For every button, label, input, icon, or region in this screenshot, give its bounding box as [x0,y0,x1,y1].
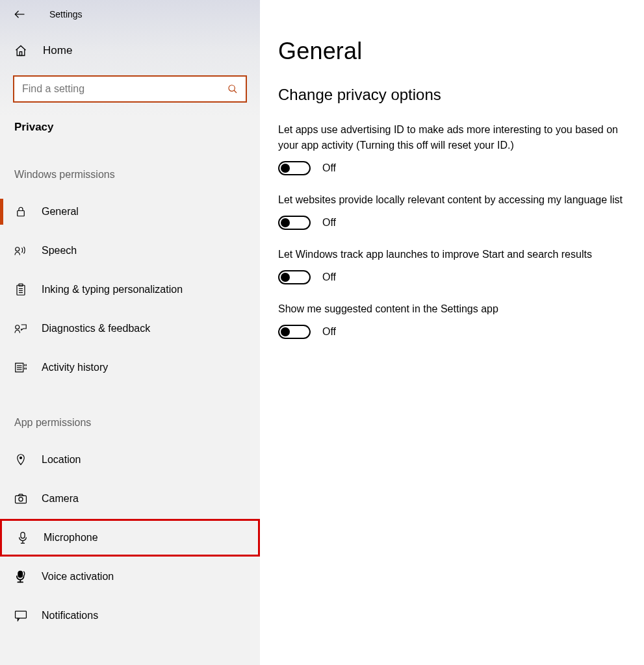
toggle-advertising-id[interactable] [278,161,311,175]
toggle-state-label: Off [322,162,336,174]
header: Settings [0,8,260,32]
sidebar-item-location[interactable]: Location [0,440,260,479]
svg-rect-26 [18,571,22,577]
location-icon [14,453,27,466]
section-privacy-label: Privacy [0,105,260,139]
svg-rect-6 [17,285,25,295]
setting-desc: Let websites provide locally relevant co… [278,192,631,208]
svg-point-22 [19,497,23,501]
sidebar-item-camera[interactable]: Camera [0,479,260,518]
sidebar-item-label: Diagnostics & feedback [42,323,150,334]
window-title: Settings [49,9,83,19]
sidebar-item-speech[interactable]: Speech [0,231,260,270]
toggle-suggested-content[interactable] [278,325,311,339]
page-title: General [278,38,631,65]
sidebar-item-microphone[interactable]: Microphone [0,519,260,557]
sidebar-item-label: Voice activation [42,571,114,583]
camera-icon [14,492,27,505]
svg-point-5 [16,247,19,251]
svg-rect-29 [16,611,27,618]
toggle-app-launches[interactable] [278,270,311,284]
sidebar-item-label: Home [43,44,72,57]
main-content: General Change privacy options Let apps … [260,0,644,665]
back-icon[interactable] [13,8,26,21]
toggle-language-list[interactable] [278,216,311,230]
svg-rect-4 [18,211,25,216]
sidebar-item-home[interactable]: Home [0,32,260,69]
setting-language-list: Let websites provide locally relevant co… [278,192,631,230]
sidebar-item-label: Speech [42,245,77,257]
setting-suggested-content: Show me suggested content in the Setting… [278,301,631,339]
svg-point-11 [16,325,19,329]
lock-icon [14,205,27,218]
svg-rect-1 [19,52,21,56]
page-subhead: Change privacy options [278,86,631,104]
sidebar-item-label: Microphone [44,532,98,544]
sidebar-item-activity[interactable]: Activity history [0,348,260,387]
microphone-icon [16,531,29,544]
sidebar-item-label: Inking & typing personalization [42,284,183,295]
setting-desc: Let Windows track app launches to improv… [278,247,631,262]
search-input-wrap[interactable] [13,75,247,103]
speech-icon [14,244,27,257]
group-app-permissions: App permissions [0,387,260,440]
search-input[interactable] [22,83,227,95]
sidebar-item-label: Activity history [42,362,108,373]
home-icon [14,44,27,57]
setting-app-launches: Let Windows track app launches to improv… [278,247,631,284]
feedback-icon [14,322,27,335]
voice-activation-icon [14,570,27,583]
svg-point-20 [20,457,22,459]
activity-icon [14,361,27,374]
setting-advertising-id: Let apps use advertising ID to make ads … [278,122,631,175]
sidebar-item-inking[interactable]: Inking & typing personalization [0,270,260,309]
clipboard-icon [14,283,27,296]
toggle-state-label: Off [322,271,336,283]
sidebar-item-label: Location [42,454,81,466]
group-windows-permissions: Windows permissions [0,139,260,192]
toggle-state-label: Off [322,326,336,338]
svg-rect-23 [21,533,25,538]
toggle-state-label: Off [322,217,336,229]
notifications-icon [14,609,27,622]
sidebar-item-general[interactable]: General [0,192,260,231]
sidebar: Settings Home Privacy Windows permission… [0,0,260,665]
setting-desc: Let apps use advertising ID to make ads … [278,122,631,153]
sidebar-item-voice-activation[interactable]: Voice activation [0,557,260,596]
svg-line-3 [234,90,237,93]
sidebar-item-diagnostics[interactable]: Diagnostics & feedback [0,309,260,348]
search-icon [227,83,239,95]
sidebar-item-label: Camera [42,493,79,505]
svg-point-2 [229,85,235,91]
sidebar-item-label: Notifications [42,610,98,621]
sidebar-item-label: General [42,206,79,218]
setting-desc: Show me suggested content in the Setting… [278,301,631,317]
sidebar-item-notifications[interactable]: Notifications [0,596,260,635]
